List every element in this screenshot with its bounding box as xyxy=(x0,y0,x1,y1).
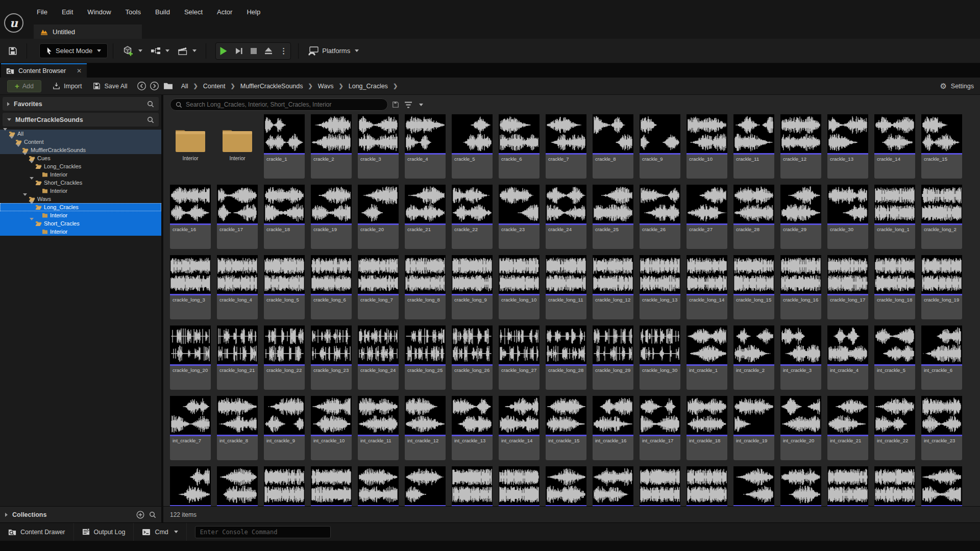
expander-expanded-icon[interactable] xyxy=(23,153,27,161)
audio-tile-int_crackle_10[interactable]: int_crackle_10 xyxy=(311,396,352,460)
expander-expanded-icon[interactable] xyxy=(3,128,7,137)
audio-tile-crackle_long_4[interactable]: crackle_long_4 xyxy=(217,255,258,319)
audio-tile-crackle_17[interactable]: crackle_17 xyxy=(217,185,258,249)
search-icon[interactable] xyxy=(147,116,154,123)
audio-tile-int_crackle_4[interactable]: int_crackle_4 xyxy=(827,325,868,390)
audio-tile-crackle_long_13[interactable]: crackle_long_13 xyxy=(640,255,680,319)
audio-tile-crackle_long_29[interactable]: crackle_long_29 xyxy=(593,325,633,390)
audio-tile-crackle_4[interactable]: crackle_4 xyxy=(405,114,446,179)
menu-item-actor[interactable]: Actor xyxy=(210,5,239,19)
menu-item-file[interactable]: File xyxy=(30,5,55,19)
console-command-input[interactable] xyxy=(195,526,331,538)
audio-tile-crackle_5[interactable]: crackle_5 xyxy=(452,114,493,179)
audio-tile-crackle_24[interactable]: crackle_24 xyxy=(546,185,586,249)
audio-tile-crackle_30[interactable]: crackle_30 xyxy=(827,185,868,249)
expander-expanded-icon[interactable] xyxy=(16,144,20,153)
audio-tile-clipped[interactable] xyxy=(733,466,774,506)
audio-tile-clipped[interactable] xyxy=(921,466,962,506)
audio-tile-crackle_29[interactable]: crackle_29 xyxy=(780,185,821,249)
audio-tile-crackle_21[interactable]: crackle_21 xyxy=(405,185,446,249)
sources-section-header[interactable]: MufflerCrackleSounds xyxy=(3,113,159,127)
forward-button[interactable] xyxy=(150,81,159,91)
play-button[interactable] xyxy=(219,46,228,56)
audio-tile-crackle_long_18[interactable]: crackle_long_18 xyxy=(874,255,915,319)
content-drawer-button[interactable]: Content Drawer xyxy=(0,523,74,541)
add-button[interactable]: + Add xyxy=(7,80,41,92)
audio-tile-clipped[interactable] xyxy=(546,466,586,506)
audio-tile-int_crackle_17[interactable]: int_crackle_17 xyxy=(640,396,680,460)
audio-tile-int_crackle_22[interactable]: int_crackle_22 xyxy=(874,396,915,460)
select-mode-dropdown[interactable]: Select Mode xyxy=(39,43,108,58)
audio-tile-crackle_long_2[interactable]: crackle_long_2 xyxy=(921,185,962,249)
settings-button[interactable]: ⚙ Settings xyxy=(940,82,974,91)
audio-tile-clipped[interactable] xyxy=(874,466,915,506)
favorites-section-header[interactable]: Favorites xyxy=(3,97,159,111)
audio-tile-int_crackle_16[interactable]: int_crackle_16 xyxy=(593,396,633,460)
audio-tile-crackle_long_12[interactable]: crackle_long_12 xyxy=(593,255,633,319)
audio-tile-crackle_23[interactable]: crackle_23 xyxy=(499,185,540,249)
back-button[interactable] xyxy=(137,81,146,91)
audio-tile-crackle_1[interactable]: crackle_1 xyxy=(264,114,305,179)
add-collection-icon[interactable] xyxy=(136,511,144,519)
cmd-dropdown-button[interactable]: Cmd xyxy=(134,523,186,541)
tab-content-browser[interactable]: Content Browser ✕ xyxy=(1,63,87,78)
audio-tile-crackle_2[interactable]: crackle_2 xyxy=(311,114,352,179)
expander-expanded-icon[interactable] xyxy=(30,161,34,169)
menu-item-tools[interactable]: Tools xyxy=(118,5,148,19)
menu-item-edit[interactable]: Edit xyxy=(55,5,80,19)
audio-tile-clipped[interactable] xyxy=(780,466,821,506)
audio-tile-int_crackle_14[interactable]: int_crackle_14 xyxy=(499,396,540,460)
audio-tile-clipped[interactable] xyxy=(593,466,633,506)
audio-tile-int_crackle_9[interactable]: int_crackle_9 xyxy=(264,396,305,460)
audio-tile-clipped[interactable] xyxy=(170,466,211,506)
tree-item-content[interactable]: Content xyxy=(0,138,161,146)
audio-tile-crackle_long_30[interactable]: crackle_long_30 xyxy=(640,325,680,390)
folder-tile-interior[interactable]: Interior xyxy=(217,114,258,179)
audio-tile-crackle_long_1[interactable]: crackle_long_1 xyxy=(874,185,915,249)
audio-tile-crackle_14[interactable]: crackle_14 xyxy=(874,114,915,179)
audio-tile-crackle_long_9[interactable]: crackle_long_9 xyxy=(452,255,493,319)
audio-tile-crackle_6[interactable]: crackle_6 xyxy=(499,114,540,179)
chevron-down-icon[interactable] xyxy=(419,104,423,106)
audio-tile-int_crackle_8[interactable]: int_crackle_8 xyxy=(217,396,258,460)
add-actor-dropdown[interactable] xyxy=(118,43,146,59)
audio-tile-crackle_long_3[interactable]: crackle_long_3 xyxy=(170,255,211,319)
breadcrumb-item-content[interactable]: Content xyxy=(203,83,226,90)
import-button[interactable]: Import xyxy=(53,82,82,90)
blueprints-dropdown[interactable] xyxy=(146,44,174,57)
audio-tile-crackle_25[interactable]: crackle_25 xyxy=(593,185,633,249)
audio-tile-clipped[interactable] xyxy=(217,466,258,506)
audio-tile-crackle_16[interactable]: crackle_16 xyxy=(170,185,211,249)
audio-tile-crackle_long_27[interactable]: crackle_long_27 xyxy=(499,325,540,390)
tree-item-interior[interactable]: Interior xyxy=(0,170,161,179)
expander-expanded-icon[interactable] xyxy=(30,218,34,227)
audio-tile-crackle_long_10[interactable]: crackle_long_10 xyxy=(499,255,540,319)
audio-tile-crackle_long_26[interactable]: crackle_long_26 xyxy=(452,325,493,390)
audio-tile-int_crackle_5[interactable]: int_crackle_5 xyxy=(874,325,915,390)
tree-item-long_cracles[interactable]: Long_Cracles xyxy=(0,203,161,211)
audio-tile-int_crackle_12[interactable]: int_crackle_12 xyxy=(405,396,446,460)
audio-tile-clipped[interactable] xyxy=(499,466,540,506)
menu-item-select[interactable]: Select xyxy=(177,5,210,19)
expander-expanded-icon[interactable] xyxy=(10,136,14,145)
audio-tile-crackle_7[interactable]: crackle_7 xyxy=(546,114,586,179)
audio-tile-crackle_long_5[interactable]: crackle_long_5 xyxy=(264,255,305,319)
audio-tile-crackle_27[interactable]: crackle_27 xyxy=(687,185,727,249)
audio-tile-clipped[interactable] xyxy=(640,466,680,506)
audio-tile-crackle_11[interactable]: crackle_11 xyxy=(733,114,774,179)
audio-tile-int_crackle_23[interactable]: int_crackle_23 xyxy=(921,396,962,460)
audio-tile-crackle_long_17[interactable]: crackle_long_17 xyxy=(827,255,868,319)
audio-tile-int_crackle_1[interactable]: int_crackle_1 xyxy=(687,325,727,390)
eject-button[interactable] xyxy=(264,47,273,55)
tree-item-interior[interactable]: Interior xyxy=(0,211,161,219)
audio-tile-int_crackle_15[interactable]: int_crackle_15 xyxy=(546,396,586,460)
tree-item-short_crackles[interactable]: Short_Crackles xyxy=(0,179,161,187)
skip-frame-button[interactable] xyxy=(235,47,243,55)
audio-tile-crackle_26[interactable]: crackle_26 xyxy=(640,185,680,249)
menu-item-window[interactable]: Window xyxy=(80,5,118,19)
cinematics-dropdown[interactable] xyxy=(174,44,201,58)
tree-item-cues[interactable]: Cues xyxy=(0,154,161,162)
output-log-button[interactable]: Output Log xyxy=(74,523,134,541)
audio-tile-crackle_8[interactable]: crackle_8 xyxy=(593,114,633,179)
expander-expanded-icon[interactable] xyxy=(23,193,27,202)
